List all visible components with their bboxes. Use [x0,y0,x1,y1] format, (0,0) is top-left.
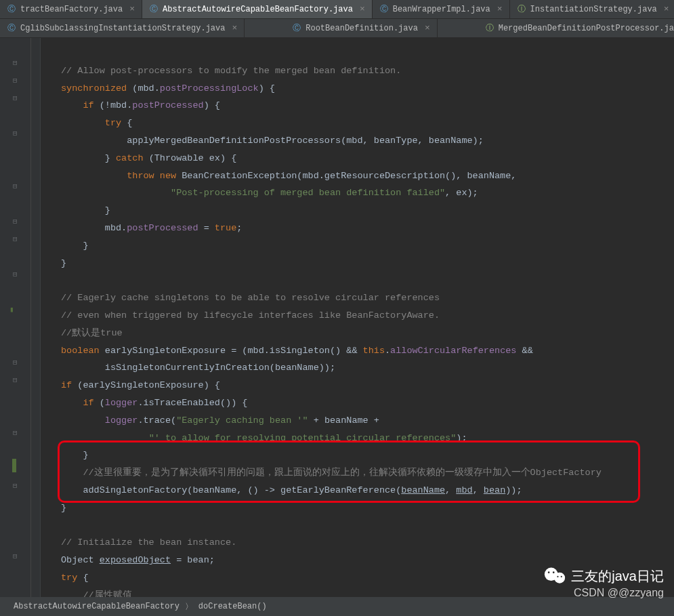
code-text: applyMergedBeanDefinitionPostProcessors(… [127,136,484,146]
code-text: { [77,573,88,583]
tab-label: CglibSubclassingInstantiationStrategy.ja… [20,24,225,33]
code-field: allowCircularReferences [390,346,516,356]
watermark-credit: CSDN @@zzyang [544,587,664,599]
code-text: .trace( [138,415,176,426]
watermark-text: 三友的java日记 [571,567,664,586]
code-text: } [61,503,66,513]
close-icon[interactable]: × [129,4,135,14]
class-icon: Ⓒ [7,5,16,14]
interface-icon: Ⓘ [485,24,494,33]
code-text: Object [61,555,100,565]
code-string: "Post-processing of merged bean definiti… [171,188,445,198]
line-marker [12,459,16,472]
code-text: (earlySingletonExposure) { [72,380,220,390]
code-text: . [385,346,390,356]
interface-icon: Ⓘ [517,5,526,14]
code-keyword: catch [110,153,149,163]
code-keyword: throw new [127,171,182,181]
tab-label: RootBeanDefinition.java [306,24,418,33]
code-param: bean [484,485,505,495]
breadcrumb-separator: 〉 [185,601,193,613]
gutter[interactable]: ⊟ ⊟ ⊟ ⊟ ⊟ ⊟ ⊟ ⊟ ▮ ⊟ ⊟ ⊟ ⊟ ⊟ [0,38,41,597]
code-keyword: try [105,118,121,128]
fold-icon[interactable]: ⊟ [13,129,18,138]
close-icon[interactable]: × [425,23,430,33]
class-icon: Ⓒ [379,5,389,14]
code-field: postProcessed [132,100,203,110]
code-text: ); [456,433,467,443]
code-string: "Eagerly caching bean '" [176,415,308,426]
code-field: postProcessed [127,223,198,233]
code-keyword: boolean [61,346,100,356]
wechat-line: 三友的java日记 [544,567,664,586]
code-param: mbd [456,485,472,495]
code-text: earlySingletonExposure = (mbd.isSingleto… [100,346,363,356]
code-text: )); [505,485,522,495]
breadcrumb-item[interactable]: doCreateBean() [198,602,267,611]
code-param: beanName [401,485,445,495]
code-keyword: this [363,346,385,356]
tab-abstractautowire[interactable]: ⒸAbstractAutowireCapableBeanFactory.java… [142,0,373,18]
fold-icon[interactable]: ⊟ [13,358,18,367]
svg-point-1 [554,573,565,583]
close-icon[interactable]: × [232,23,237,33]
code-comment: //这里很重要，是为了解决循环引用的问题，跟上面说的对应上的，往解决循环依赖的一… [83,468,602,478]
fold-icon[interactable]: ⊟ [13,58,18,67]
fold-icon[interactable]: ⊟ [13,76,18,85]
code-text: ( [94,398,105,408]
close-icon[interactable]: × [664,4,669,14]
fold-end-icon[interactable]: ⊟ [13,182,18,190]
code-var: exposedObject [100,555,171,565]
tab-cglib[interactable]: ⒸCglibSubclassingInstantiationStrategy.j… [0,19,245,37]
watermark: 三友的java日记 CSDN @@zzyang [544,567,664,599]
tab-mergedpost[interactable]: ⒾMergedBeanDefinitionPostProcessor.java [478,19,674,37]
code-text: } [105,153,110,163]
tab-rootbeandef[interactable]: ⒸRootBeanDefinition.java× [285,19,437,37]
tab-label: BeanWrapperImpl.java [393,5,490,14]
fold-icon[interactable]: ⊟ [13,552,18,560]
tab-beanwrapperimpl[interactable]: ⒸBeanWrapperImpl.java× [373,0,510,18]
close-icon[interactable]: × [497,4,503,14]
fold-end-icon[interactable]: ⊟ [13,234,18,243]
fold-icon[interactable]: ⊟ [13,94,18,102]
svg-point-4 [557,576,559,577]
code-text: addSingletonFactory(beanName, () -> getE… [83,485,401,495]
svg-point-3 [553,571,555,573]
tab-label: MergedBeanDefinitionPostProcessor.java [499,24,674,33]
tabs-row-1: ⒸtractBeanFactory.java× ⒸAbstractAutowir… [0,0,674,19]
code-text: BeanCreationException(mbd.getResourceDes… [182,171,516,181]
editor-area: ⊟ ⊟ ⊟ ⊟ ⊟ ⊟ ⊟ ⊟ ▮ ⊟ ⊟ ⊟ ⊟ ⊟ // Allow pos… [0,38,674,597]
fold-end-icon[interactable]: ⊟ [13,428,18,437]
close-icon[interactable]: × [360,4,365,14]
code-text: (mbd. [127,83,160,94]
code-text: , ex); [445,188,478,198]
code-keyword: synchronized [61,83,127,94]
code-content[interactable]: // Allow post-processors to modify the m… [41,38,602,597]
code-text: = bean; [171,555,215,565]
code-comment: // even when triggered by lifecycle inte… [61,310,440,321]
code-text: = [198,223,215,233]
tab-label: tractBeanFactory.java [20,5,123,14]
code-field: postProcessingLock [160,83,259,94]
code-text: } [105,205,110,215]
class-icon: Ⓒ [292,24,301,33]
tab-tractbeanfactory[interactable]: ⒸtractBeanFactory.java× [0,0,142,18]
svg-point-5 [561,576,562,577]
tab-instantiationstrategy[interactable]: ⒾInstantiationStrategy.java× [510,0,674,18]
code-text: ; [236,223,242,233]
class-icon: Ⓒ [7,24,16,33]
code-text: { [121,118,132,128]
tab-label: InstantiationStrategy.java [530,5,657,14]
fold-end-icon[interactable]: ⊟ [13,481,18,490]
breadcrumb-item[interactable]: AbstractAutowireCapableBeanFactory [14,602,180,611]
code-text: (!mbd. [94,100,133,110]
fold-icon[interactable]: ⊟ [13,270,18,279]
code-keyword: if [61,380,72,390]
code-text: ) { [204,100,220,110]
fold-icon[interactable]: ⊟ [13,375,18,384]
code-field: logger [105,398,138,408]
svg-point-2 [548,571,550,573]
code-text: .isTraceEnabled()) { [138,398,247,408]
code-text: (Throwable ex) { [149,153,237,163]
fold-end-icon[interactable]: ⊟ [13,217,18,226]
